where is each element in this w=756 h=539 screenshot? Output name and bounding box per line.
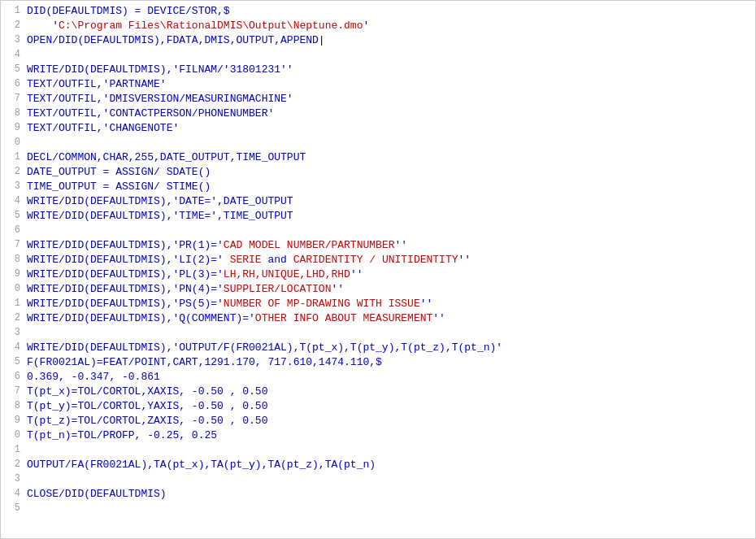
line-content: DID(DEFAULTDMIS) = DEVICE/STOR,$: [27, 4, 752, 19]
line-content: WRITE/DID(DEFAULTDMIS),'TIME=',TIME_OUTP…: [27, 209, 752, 224]
code-line: 5WRITE/DID(DEFAULTDMIS),'TIME=',TIME_OUT…: [1, 209, 755, 224]
line-number: 0: [4, 282, 20, 294]
code-line: 0: [1, 136, 755, 150]
code-line: 4WRITE/DID(DEFAULTDMIS),'DATE=',DATE_OUT…: [1, 194, 755, 209]
line-number: 5: [4, 355, 20, 367]
line-number: 7: [4, 238, 20, 250]
code-line: 4: [1, 48, 755, 63]
line-content: T(pt_x)=TOL/CORTOL,XAXIS, -0.50 , 0.50: [27, 385, 752, 399]
line-number: 9: [4, 414, 20, 426]
line-number: 2: [4, 165, 20, 177]
line-number: 8: [4, 399, 20, 411]
code-line: 0WRITE/DID(DEFAULTDMIS),'PN(4)='SUPPLIER…: [1, 282, 755, 297]
code-line: 1DID(DEFAULTDMIS) = DEVICE/STOR,$: [1, 4, 755, 19]
line-content: 'C:\Program Files\RationalDMIS\Output\Ne…: [27, 19, 752, 33]
code-line: 9WRITE/DID(DEFAULTDMIS),'PL(3)='LH,RH,UN…: [1, 267, 755, 282]
code-line: 60.369, -0.347, -0.861: [1, 370, 755, 385]
code-line: 3TIME_OUTPUT = ASSIGN/ STIME(): [1, 180, 755, 194]
code-line: 7T(pt_x)=TOL/CORTOL,XAXIS, -0.50 , 0.50: [1, 385, 755, 399]
line-number: 4: [4, 341, 20, 353]
line-number: 2: [4, 19, 20, 31]
line-content: WRITE/DID(DEFAULTDMIS),'DATE=',DATE_OUTP…: [27, 194, 752, 209]
line-number: 4: [4, 487, 20, 499]
line-content: WRITE/DID(DEFAULTDMIS),'FILNAM/'31801231…: [27, 63, 752, 77]
line-number: 3: [4, 180, 20, 192]
line-number: 7: [4, 385, 20, 397]
line-number: 3: [4, 33, 20, 46]
line-number: 4: [4, 194, 20, 206]
line-content: DECL/COMMON,CHAR,255,DATE_OUTPUT,TIME_OU…: [27, 150, 752, 165]
code-line: 1: [1, 443, 755, 458]
line-number: 6: [4, 77, 20, 89]
line-content: TEXT/OUTFIL,'CHANGENOTE': [27, 121, 752, 136]
code-line: 2OUTPUT/FA(FR0021AL),TA(pt_x),TA(pt_y),T…: [1, 458, 755, 472]
code-line: 2DATE_OUTPUT = ASSIGN/ SDATE(): [1, 165, 755, 180]
line-number: 7: [4, 92, 20, 104]
line-content: 0.369, -0.347, -0.861: [27, 370, 752, 385]
line-content: T(pt_z)=TOL/CORTOL,ZAXIS, -0.50 , 0.50: [27, 414, 752, 428]
code-line: 4CLOSE/DID(DEFAULTDMIS): [1, 487, 755, 502]
line-content: TEXT/OUTFIL,'PARTNAME': [27, 77, 752, 92]
line-number: 1: [4, 297, 20, 309]
line-content: TIME_OUTPUT = ASSIGN/ STIME(): [27, 180, 752, 194]
line-content: TEXT/OUTFIL,'CONTACTPERSON/PHONENUMBER': [27, 106, 752, 121]
line-number: 1: [4, 4, 20, 16]
code-line: 9TEXT/OUTFIL,'CHANGENOTE': [1, 121, 755, 136]
line-number: 5: [4, 502, 20, 514]
line-number: 4: [4, 48, 20, 60]
code-line: 0T(pt_n)=TOL/PROFP, -0.25, 0.25: [1, 428, 755, 443]
line-content: T(pt_n)=TOL/PROFP, -0.25, 0.25: [27, 428, 752, 443]
line-content: T(pt_y)=TOL/CORTOL,YAXIS, -0.50 , 0.50: [27, 399, 752, 414]
code-line: 7TEXT/OUTFIL,'DMISVERSION/MEASURINGMACHI…: [1, 92, 755, 106]
line-number: 6: [4, 224, 20, 236]
line-number: 9: [4, 267, 20, 280]
line-content: OPEN/DID(DEFAULTDMIS),FDATA,DMIS,OUTPUT,…: [27, 33, 752, 48]
line-number: 9: [4, 121, 20, 133]
code-line: 5WRITE/DID(DEFAULTDMIS),'FILNAM/'3180123…: [1, 63, 755, 77]
line-number: 1: [4, 150, 20, 163]
code-line: 9T(pt_z)=TOL/CORTOL,ZAXIS, -0.50 , 0.50: [1, 414, 755, 428]
code-line: 1WRITE/DID(DEFAULTDMIS),'PS(5)='NUMBER O…: [1, 297, 755, 311]
line-number: 5: [4, 209, 20, 221]
line-content: WRITE/DID(DEFAULTDMIS),'PR(1)='CAD MODEL…: [27, 238, 752, 253]
line-content: CLOSE/DID(DEFAULTDMIS): [27, 487, 752, 502]
line-content: WRITE/DID(DEFAULTDMIS),'Q(COMMENT)='OTHE…: [27, 311, 752, 326]
code-line: 6TEXT/OUTFIL,'PARTNAME': [1, 77, 755, 92]
line-content: WRITE/DID(DEFAULTDMIS),'PS(5)='NUMBER OF…: [27, 297, 752, 311]
line-number: 6: [4, 370, 20, 382]
line-number: 2: [4, 311, 20, 324]
line-number: 8: [4, 253, 20, 265]
code-line: 1DECL/COMMON,CHAR,255,DATE_OUTPUT,TIME_O…: [1, 150, 755, 165]
line-number: 8: [4, 106, 20, 119]
code-line: 5: [1, 502, 755, 516]
code-line: 2WRITE/DID(DEFAULTDMIS),'Q(COMMENT)='OTH…: [1, 311, 755, 326]
code-line: 4WRITE/DID(DEFAULTDMIS),'OUTPUT/F(FR0021…: [1, 341, 755, 355]
line-number: 1: [4, 443, 20, 455]
line-content: WRITE/DID(DEFAULTDMIS),'PN(4)='SUPPLIER/…: [27, 282, 752, 297]
line-content: WRITE/DID(DEFAULTDMIS),'PL(3)='LH,RH,UNI…: [27, 267, 752, 282]
code-line: 8WRITE/DID(DEFAULTDMIS),'LI(2)=' SERIE a…: [1, 253, 755, 267]
line-number: 3: [4, 326, 20, 338]
line-number: 0: [4, 428, 20, 441]
code-line: 3: [1, 326, 755, 341]
line-content: OUTPUT/FA(FR0021AL),TA(pt_x),TA(pt_y),TA…: [27, 458, 752, 472]
line-content: WRITE/DID(DEFAULTDMIS),'LI(2)=' SERIE an…: [27, 253, 752, 267]
code-line: 5F(FR0021AL)=FEAT/POINT,CART,1291.170, 7…: [1, 355, 755, 370]
code-line: 6: [1, 224, 755, 238]
line-content: TEXT/OUTFIL,'DMISVERSION/MEASURINGMACHIN…: [27, 92, 752, 106]
code-editor[interactable]: 1DID(DEFAULTDMIS) = DEVICE/STOR,$2 'C:\P…: [0, 0, 756, 539]
line-number: 3: [4, 472, 20, 485]
line-number: 2: [4, 458, 20, 470]
code-line: 8TEXT/OUTFIL,'CONTACTPERSON/PHONENUMBER': [1, 106, 755, 121]
line-number: 5: [4, 63, 20, 75]
line-number: 0: [4, 136, 20, 148]
code-line: 3OPEN/DID(DEFAULTDMIS),FDATA,DMIS,OUTPUT…: [1, 33, 755, 48]
code-line: 7WRITE/DID(DEFAULTDMIS),'PR(1)='CAD MODE…: [1, 238, 755, 253]
code-line: 2 'C:\Program Files\RationalDMIS\Output\…: [1, 19, 755, 33]
code-line: 8T(pt_y)=TOL/CORTOL,YAXIS, -0.50 , 0.50: [1, 399, 755, 414]
line-content: F(FR0021AL)=FEAT/POINT,CART,1291.170, 71…: [27, 355, 752, 370]
code-line: 3: [1, 472, 755, 487]
line-content: WRITE/DID(DEFAULTDMIS),'OUTPUT/F(FR0021A…: [27, 341, 752, 355]
line-content: DATE_OUTPUT = ASSIGN/ SDATE(): [27, 165, 752, 180]
